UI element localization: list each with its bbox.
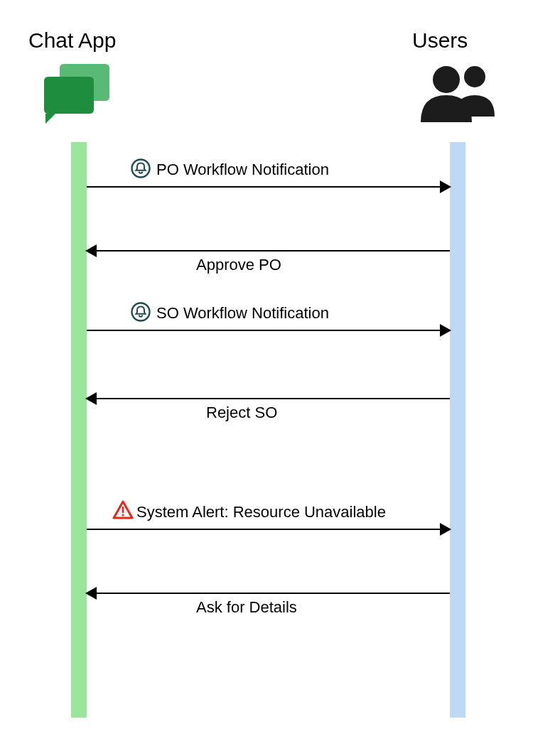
actor-users-label: Users	[412, 28, 468, 53]
chat-app-icon	[43, 64, 114, 131]
message-approve-po-label: Approve PO	[196, 256, 281, 274]
message-ask-details-label: Ask for Details	[196, 598, 297, 617]
actor-chat-app-label: Chat App	[28, 28, 116, 53]
arrow-system-alert	[87, 516, 450, 544]
lifeline-users	[450, 142, 465, 718]
users-icon	[419, 61, 497, 128]
svg-point-0	[464, 66, 485, 87]
lifeline-chat-app	[71, 142, 87, 718]
sequence-diagram: Chat App Users PO Workflow Notification	[0, 0, 560, 746]
message-reject-so-label: Reject SO	[206, 404, 277, 422]
arrow-po-notification	[87, 173, 450, 202]
svg-point-1	[433, 66, 460, 93]
arrow-so-notification	[87, 317, 450, 345]
